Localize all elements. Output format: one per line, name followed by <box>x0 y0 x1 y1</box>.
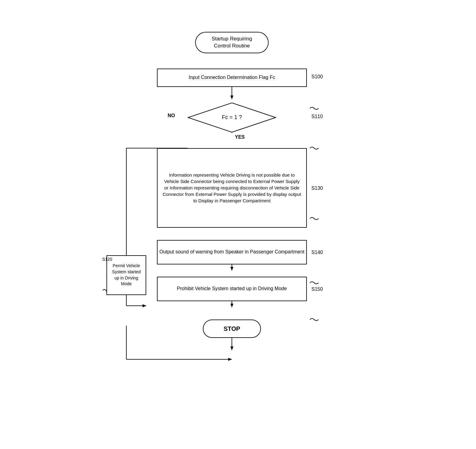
s100-step: S100 <box>311 74 323 80</box>
s120-step: S120 <box>102 257 112 262</box>
flowchart-diagram: Startup Requiring Control Routine Input … <box>100 26 376 424</box>
stop-oval: STOP <box>203 320 261 338</box>
s150-label: Prohibit Vehicle System started up in Dr… <box>177 285 287 292</box>
s110-diamond: Fc = 1 ? <box>188 102 276 133</box>
s150-step: S150 <box>311 286 323 292</box>
s130-rect: Information representing Vehicle Driving… <box>157 148 307 228</box>
svg-marker-7 <box>230 267 233 271</box>
s120-rect: Permit Vehicle System started up in Driv… <box>106 255 146 295</box>
s110-step: S110 <box>311 114 323 119</box>
yes-label: YES <box>235 134 245 140</box>
s100-rect: Input Connection Determination Flag Fc <box>157 69 307 87</box>
no-label: NO <box>168 113 175 118</box>
start-oval: Startup Requiring Control Routine <box>195 32 269 53</box>
s100-label: Input Connection Determination Flag Fc <box>189 74 275 81</box>
s140-step: S140 <box>311 250 323 255</box>
s140-rect: Output sound of warning from Speaker in … <box>157 240 307 264</box>
svg-marker-11 <box>230 346 233 350</box>
s150-rect: Prohibit Vehicle System started up in Dr… <box>157 277 307 301</box>
s140-label: Output sound of warning from Speaker in … <box>159 249 304 255</box>
svg-marker-15 <box>143 304 146 307</box>
stop-label: STOP <box>224 325 240 333</box>
svg-marker-9 <box>230 304 233 307</box>
s120-label: Permit Vehicle System started up in Driv… <box>110 263 143 287</box>
s110-label: Fc = 1 ? <box>222 114 242 121</box>
s130-label: Information representing Vehicle Driving… <box>162 172 301 204</box>
s130-step: S130 <box>311 185 323 191</box>
svg-marker-1 <box>230 95 233 99</box>
svg-marker-18 <box>228 358 232 361</box>
start-label: Startup Requiring Control Routine <box>212 36 252 49</box>
